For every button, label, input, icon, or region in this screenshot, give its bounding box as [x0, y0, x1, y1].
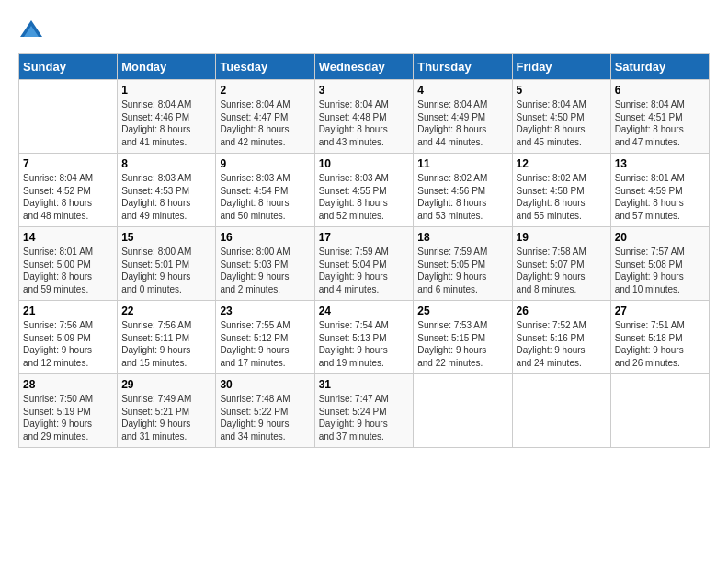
calendar-cell: 20Sunrise: 7:57 AM Sunset: 5:08 PM Dayli… — [610, 227, 709, 301]
day-detail: Sunrise: 7:54 AM Sunset: 5:13 PM Dayligh… — [319, 319, 410, 369]
day-detail: Sunrise: 8:04 AM Sunset: 4:48 PM Dayligh… — [319, 98, 410, 148]
calendar-cell: 27Sunrise: 7:51 AM Sunset: 5:18 PM Dayli… — [610, 301, 709, 374]
day-number: 22 — [121, 304, 211, 317]
day-number: 9 — [220, 157, 310, 170]
day-number: 7 — [23, 157, 113, 170]
calendar-cell: 31Sunrise: 7:47 AM Sunset: 5:24 PM Dayli… — [314, 374, 414, 448]
day-detail: Sunrise: 7:59 AM Sunset: 5:04 PM Dayligh… — [319, 246, 410, 295]
day-number: 20 — [615, 231, 705, 244]
day-detail: Sunrise: 7:51 AM Sunset: 5:18 PM Dayligh… — [615, 319, 705, 369]
calendar-cell — [512, 374, 610, 448]
page-header — [18, 18, 710, 44]
day-number: 31 — [319, 378, 410, 391]
day-number: 25 — [417, 304, 507, 317]
calendar-cell: 28Sunrise: 7:50 AM Sunset: 5:19 PM Dayli… — [19, 374, 118, 448]
day-detail: Sunrise: 7:49 AM Sunset: 5:21 PM Dayligh… — [121, 393, 211, 442]
day-number: 19 — [517, 231, 607, 244]
calendar-cell — [414, 374, 512, 448]
calendar-table: SundayMondayTuesdayWednesdayThursdayFrid… — [18, 53, 710, 448]
day-number: 13 — [615, 157, 705, 170]
week-row-4: 21Sunrise: 7:56 AM Sunset: 5:09 PM Dayli… — [19, 301, 710, 374]
header-tuesday: Tuesday — [216, 54, 314, 80]
calendar-cell: 2Sunrise: 8:04 AM Sunset: 4:47 PM Daylig… — [216, 80, 314, 154]
day-number: 6 — [615, 84, 705, 97]
calendar-cell: 16Sunrise: 8:00 AM Sunset: 5:03 PM Dayli… — [216, 227, 314, 301]
header-saturday: Saturday — [610, 54, 709, 80]
header-thursday: Thursday — [414, 54, 512, 80]
day-number: 3 — [319, 84, 410, 97]
calendar-cell: 7Sunrise: 8:04 AM Sunset: 4:52 PM Daylig… — [19, 154, 118, 227]
header-row: SundayMondayTuesdayWednesdayThursdayFrid… — [19, 54, 710, 80]
day-number: 5 — [517, 84, 607, 97]
day-detail: Sunrise: 8:04 AM Sunset: 4:47 PM Dayligh… — [220, 98, 310, 148]
calendar-cell: 18Sunrise: 7:59 AM Sunset: 5:05 PM Dayli… — [414, 227, 512, 301]
calendar-cell: 9Sunrise: 8:03 AM Sunset: 4:54 PM Daylig… — [216, 154, 314, 227]
day-number: 28 — [23, 378, 113, 391]
day-number: 17 — [319, 231, 410, 244]
day-number: 4 — [417, 84, 507, 97]
calendar-cell: 29Sunrise: 7:49 AM Sunset: 5:21 PM Dayli… — [118, 374, 216, 448]
day-detail: Sunrise: 8:04 AM Sunset: 4:51 PM Dayligh… — [615, 98, 705, 148]
calendar-cell: 13Sunrise: 8:01 AM Sunset: 4:59 PM Dayli… — [610, 154, 709, 227]
day-detail: Sunrise: 7:47 AM Sunset: 5:24 PM Dayligh… — [319, 393, 410, 442]
day-number: 18 — [417, 231, 507, 244]
day-number: 11 — [417, 157, 507, 170]
calendar-cell: 21Sunrise: 7:56 AM Sunset: 5:09 PM Dayli… — [19, 301, 118, 374]
day-number: 30 — [220, 378, 310, 391]
day-detail: Sunrise: 8:04 AM Sunset: 4:49 PM Dayligh… — [417, 98, 507, 148]
day-detail: Sunrise: 7:53 AM Sunset: 5:15 PM Dayligh… — [417, 319, 507, 369]
calendar-cell: 4Sunrise: 8:04 AM Sunset: 4:49 PM Daylig… — [414, 80, 512, 154]
day-number: 29 — [121, 378, 211, 391]
day-detail: Sunrise: 8:01 AM Sunset: 4:59 PM Dayligh… — [615, 172, 705, 222]
day-number: 26 — [517, 304, 607, 317]
calendar-cell: 10Sunrise: 8:03 AM Sunset: 4:55 PM Dayli… — [314, 154, 414, 227]
day-detail: Sunrise: 8:04 AM Sunset: 4:52 PM Dayligh… — [23, 172, 113, 222]
calendar-cell: 5Sunrise: 8:04 AM Sunset: 4:50 PM Daylig… — [512, 80, 610, 154]
day-number: 1 — [121, 84, 211, 97]
calendar-cell: 11Sunrise: 8:02 AM Sunset: 4:56 PM Dayli… — [414, 154, 512, 227]
day-number: 12 — [517, 157, 607, 170]
day-number: 2 — [220, 84, 310, 97]
calendar-cell: 17Sunrise: 7:59 AM Sunset: 5:04 PM Dayli… — [314, 227, 414, 301]
calendar-cell: 22Sunrise: 7:56 AM Sunset: 5:11 PM Dayli… — [118, 301, 216, 374]
week-row-5: 28Sunrise: 7:50 AM Sunset: 5:19 PM Dayli… — [19, 374, 710, 448]
calendar-cell: 25Sunrise: 7:53 AM Sunset: 5:15 PM Dayli… — [414, 301, 512, 374]
day-number: 8 — [121, 157, 211, 170]
calendar-cell: 15Sunrise: 8:00 AM Sunset: 5:01 PM Dayli… — [118, 227, 216, 301]
day-number: 24 — [319, 304, 410, 317]
calendar-cell: 8Sunrise: 8:03 AM Sunset: 4:53 PM Daylig… — [118, 154, 216, 227]
day-detail: Sunrise: 8:03 AM Sunset: 4:55 PM Dayligh… — [319, 172, 410, 222]
calendar-cell: 12Sunrise: 8:02 AM Sunset: 4:58 PM Dayli… — [512, 154, 610, 227]
calendar-cell — [610, 374, 709, 448]
calendar-cell: 26Sunrise: 7:52 AM Sunset: 5:16 PM Dayli… — [512, 301, 610, 374]
calendar-cell: 23Sunrise: 7:55 AM Sunset: 5:12 PM Dayli… — [216, 301, 314, 374]
day-detail: Sunrise: 8:03 AM Sunset: 4:53 PM Dayligh… — [121, 172, 211, 222]
day-detail: Sunrise: 8:02 AM Sunset: 4:58 PM Dayligh… — [517, 172, 607, 222]
calendar-cell: 3Sunrise: 8:04 AM Sunset: 4:48 PM Daylig… — [314, 80, 414, 154]
calendar-cell: 1Sunrise: 8:04 AM Sunset: 4:46 PM Daylig… — [118, 80, 216, 154]
day-detail: Sunrise: 7:55 AM Sunset: 5:12 PM Dayligh… — [220, 319, 310, 369]
day-number: 21 — [23, 304, 113, 317]
day-detail: Sunrise: 8:00 AM Sunset: 5:03 PM Dayligh… — [220, 246, 310, 295]
day-detail: Sunrise: 8:00 AM Sunset: 5:01 PM Dayligh… — [121, 246, 211, 295]
week-row-3: 14Sunrise: 8:01 AM Sunset: 5:00 PM Dayli… — [19, 227, 710, 301]
day-detail: Sunrise: 7:58 AM Sunset: 5:07 PM Dayligh… — [517, 246, 607, 295]
day-detail: Sunrise: 8:02 AM Sunset: 4:56 PM Dayligh… — [417, 172, 507, 222]
day-number: 23 — [220, 304, 310, 317]
header-monday: Monday — [118, 54, 216, 80]
calendar-cell: 30Sunrise: 7:48 AM Sunset: 5:22 PM Dayli… — [216, 374, 314, 448]
day-detail: Sunrise: 7:57 AM Sunset: 5:08 PM Dayligh… — [615, 246, 705, 295]
calendar-cell: 19Sunrise: 7:58 AM Sunset: 5:07 PM Dayli… — [512, 227, 610, 301]
day-detail: Sunrise: 7:56 AM Sunset: 5:09 PM Dayligh… — [23, 319, 113, 369]
day-detail: Sunrise: 8:01 AM Sunset: 5:00 PM Dayligh… — [23, 246, 113, 295]
logo — [18, 18, 48, 44]
day-detail: Sunrise: 7:59 AM Sunset: 5:05 PM Dayligh… — [417, 246, 507, 295]
header-friday: Friday — [512, 54, 610, 80]
day-detail: Sunrise: 7:56 AM Sunset: 5:11 PM Dayligh… — [121, 319, 211, 369]
calendar-cell: 14Sunrise: 8:01 AM Sunset: 5:00 PM Dayli… — [19, 227, 118, 301]
day-detail: Sunrise: 8:03 AM Sunset: 4:54 PM Dayligh… — [220, 172, 310, 222]
day-detail: Sunrise: 7:50 AM Sunset: 5:19 PM Dayligh… — [23, 393, 113, 442]
calendar-cell — [19, 80, 118, 154]
day-detail: Sunrise: 7:48 AM Sunset: 5:22 PM Dayligh… — [220, 393, 310, 442]
day-number: 16 — [220, 231, 310, 244]
